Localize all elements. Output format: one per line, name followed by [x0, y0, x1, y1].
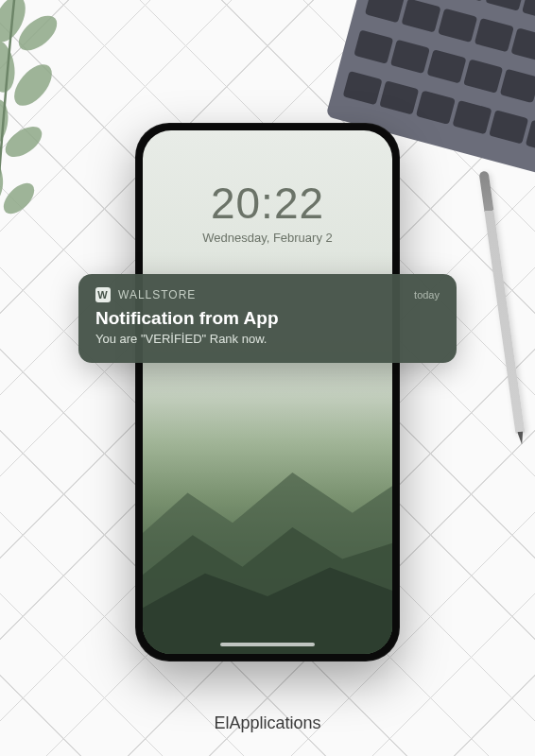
wallpaper-mountains [143, 366, 392, 654]
app-name: WALLSTORE [118, 288, 196, 301]
home-indicator[interactable] [220, 643, 315, 646]
notification-card[interactable]: W WALLSTORE today Notification from App … [78, 274, 457, 363]
notification-timestamp: today [414, 289, 440, 301]
clock-time: 20:22 [143, 178, 392, 229]
brand-label: ElApplications [0, 713, 535, 733]
lock-clock: 20:22 Wednesday, February 2 [143, 178, 392, 245]
notification-body: You are "VERİFİED" Rank now. [95, 332, 440, 346]
decorative-leaves [0, 0, 142, 246]
svg-point-7 [0, 178, 40, 219]
phone-mockup: 20:22 Wednesday, February 2 [135, 123, 400, 662]
svg-point-3 [8, 58, 60, 112]
notification-title: Notification from App [95, 308, 440, 329]
app-icon: W [95, 287, 111, 302]
clock-date: Wednesday, February 2 [143, 231, 392, 245]
notification-header: W WALLSTORE today [95, 287, 440, 302]
lock-screen[interactable]: 20:22 Wednesday, February 2 [143, 130, 392, 654]
svg-point-5 [0, 121, 47, 163]
